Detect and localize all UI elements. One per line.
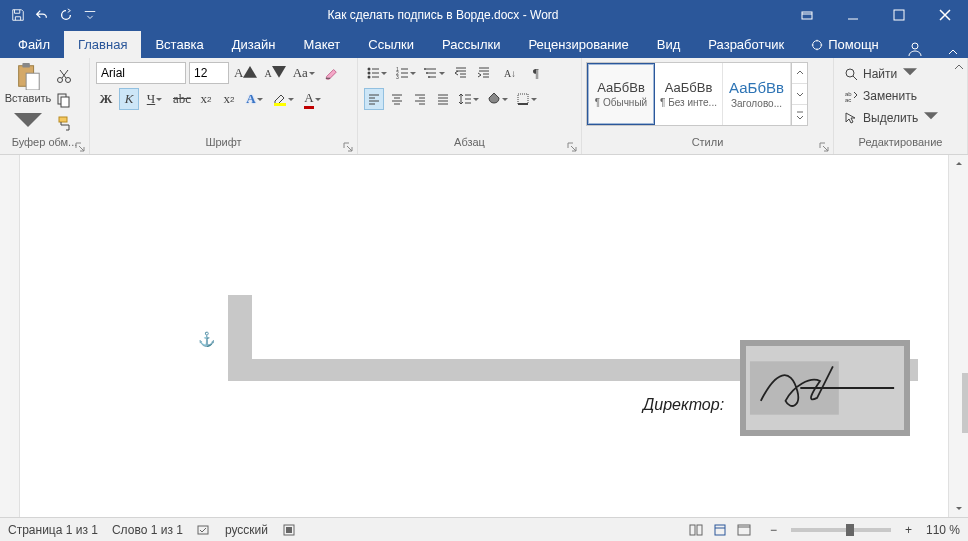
style-expand[interactable] xyxy=(792,105,807,125)
close-button[interactable] xyxy=(922,0,968,30)
numbering-button[interactable]: 123 xyxy=(393,62,419,84)
superscript-button[interactable]: x2 xyxy=(219,88,239,110)
director-label[interactable]: Директор: xyxy=(643,396,724,414)
tab-view[interactable]: Вид xyxy=(643,31,695,58)
status-words[interactable]: Слово 1 из 1 xyxy=(112,523,183,537)
replace-button[interactable]: abacЗаменить xyxy=(840,86,921,106)
font-dialog-launcher[interactable] xyxy=(343,142,353,152)
document-page[interactable]: ⚓ Директор: xyxy=(70,165,920,517)
svg-rect-10 xyxy=(61,97,69,107)
borders-button[interactable] xyxy=(514,88,540,110)
tab-design[interactable]: Дизайн xyxy=(218,31,290,58)
style-scroll-up[interactable] xyxy=(792,63,807,84)
redo-button[interactable] xyxy=(54,3,78,27)
style-no-spacing[interactable]: АаБбВв ¶ Без инте... xyxy=(655,63,723,125)
tab-layout[interactable]: Макет xyxy=(289,31,354,58)
zoom-level[interactable]: 110 % xyxy=(926,523,960,537)
window-title: Как сделать подпись в Ворде.docx - Word xyxy=(102,8,784,22)
align-right-button[interactable] xyxy=(410,88,430,110)
view-print-button[interactable] xyxy=(708,520,732,540)
document-viewport[interactable]: ⚓ Директор: xyxy=(20,155,948,517)
zoom-out-button[interactable]: − xyxy=(770,523,777,537)
decrease-indent-button[interactable] xyxy=(451,62,471,84)
anchor-icon: ⚓ xyxy=(198,331,215,347)
scroll-down-button[interactable] xyxy=(949,499,968,517)
tell-me-button[interactable]: Помощн xyxy=(798,31,891,58)
clipboard-group-label: Буфер обм... xyxy=(12,136,78,148)
change-case-button[interactable]: Aa xyxy=(291,62,318,84)
tab-insert[interactable]: Вставка xyxy=(141,31,217,58)
clear-formatting-button[interactable] xyxy=(321,62,341,84)
copy-button[interactable] xyxy=(54,90,74,110)
vertical-scrollbar[interactable] xyxy=(948,155,968,517)
paste-button[interactable]: Вставить xyxy=(6,62,50,134)
scroll-up-button[interactable] xyxy=(949,155,968,173)
status-macro[interactable] xyxy=(282,523,296,537)
decrease-font-button[interactable]: A xyxy=(262,62,287,84)
format-painter-button[interactable] xyxy=(54,114,74,134)
style-heading1[interactable]: АаБбВв Заголово... xyxy=(723,63,791,125)
maximize-button[interactable] xyxy=(876,0,922,30)
minimize-button[interactable] xyxy=(830,0,876,30)
svg-rect-34 xyxy=(715,525,725,535)
font-size-input[interactable] xyxy=(189,62,229,84)
clipboard-dialog-launcher[interactable] xyxy=(75,142,85,152)
zoom-slider[interactable] xyxy=(791,528,891,532)
multilevel-list-button[interactable] xyxy=(422,62,448,84)
justify-button[interactable] xyxy=(433,88,453,110)
highlight-button[interactable] xyxy=(271,88,297,110)
collapse-ribbon-button[interactable] xyxy=(938,48,968,58)
increase-font-button[interactable]: A xyxy=(232,62,259,84)
save-button[interactable] xyxy=(6,3,30,27)
share-button[interactable] xyxy=(892,40,938,58)
status-proofing[interactable] xyxy=(197,523,211,537)
subscript-button[interactable]: x2 xyxy=(196,88,216,110)
select-button[interactable]: Выделить xyxy=(840,108,935,128)
status-language[interactable]: русский xyxy=(225,523,268,537)
view-read-button[interactable] xyxy=(684,520,708,540)
tab-home[interactable]: Главная xyxy=(64,31,141,58)
shading-button[interactable] xyxy=(485,88,511,110)
line-spacing-button[interactable] xyxy=(456,88,482,110)
tab-developer[interactable]: Разработчик xyxy=(694,31,798,58)
styles-dialog-launcher[interactable] xyxy=(819,142,829,152)
font-name-input[interactable] xyxy=(96,62,186,84)
bold-button[interactable]: Ж xyxy=(96,88,116,110)
align-center-button[interactable] xyxy=(387,88,407,110)
svg-rect-5 xyxy=(22,63,29,68)
text-effects-button[interactable]: A xyxy=(242,88,268,110)
svg-point-19 xyxy=(424,68,426,70)
status-page[interactable]: Страница 1 из 1 xyxy=(8,523,98,537)
find-button[interactable]: Найти xyxy=(840,64,914,84)
tab-references[interactable]: Ссылки xyxy=(354,31,428,58)
paragraph-dialog-launcher[interactable] xyxy=(567,142,577,152)
tab-file[interactable]: Файл xyxy=(4,31,64,58)
cut-button[interactable] xyxy=(54,66,74,86)
vertical-ruler[interactable] xyxy=(0,155,20,517)
customize-qat-button[interactable] xyxy=(78,3,102,27)
sort-button[interactable]: А↓ xyxy=(497,62,523,84)
italic-button[interactable]: К xyxy=(119,88,139,110)
svg-text:ac: ac xyxy=(845,97,851,103)
svg-point-20 xyxy=(426,72,428,74)
strikethrough-button[interactable]: abc xyxy=(171,88,193,110)
align-left-button[interactable] xyxy=(364,88,384,110)
increase-indent-button[interactable] xyxy=(474,62,494,84)
zoom-in-button[interactable]: + xyxy=(905,523,912,537)
style-scroll-down[interactable] xyxy=(792,84,807,105)
view-web-button[interactable] xyxy=(732,520,756,540)
signature-image[interactable] xyxy=(740,340,910,436)
ribbon-display-button[interactable] xyxy=(784,0,830,30)
style-gallery[interactable]: АаБбВв ¶ Обычный АаБбВв ¶ Без инте... Аа… xyxy=(586,62,808,126)
bullets-button[interactable] xyxy=(364,62,390,84)
undo-button[interactable] xyxy=(30,3,54,27)
scroll-thumb[interactable] xyxy=(962,373,969,433)
tab-review[interactable]: Рецензирование xyxy=(514,31,642,58)
tab-mailings[interactable]: Рассылки xyxy=(428,31,514,58)
style-normal[interactable]: АаБбВв ¶ Обычный xyxy=(587,63,655,125)
underline-button[interactable]: Ч xyxy=(142,88,168,110)
svg-point-2 xyxy=(813,40,822,49)
show-marks-button[interactable]: ¶ xyxy=(526,62,546,84)
font-color-button[interactable]: A xyxy=(300,88,326,110)
ribbon-pin-button[interactable] xyxy=(954,62,964,76)
